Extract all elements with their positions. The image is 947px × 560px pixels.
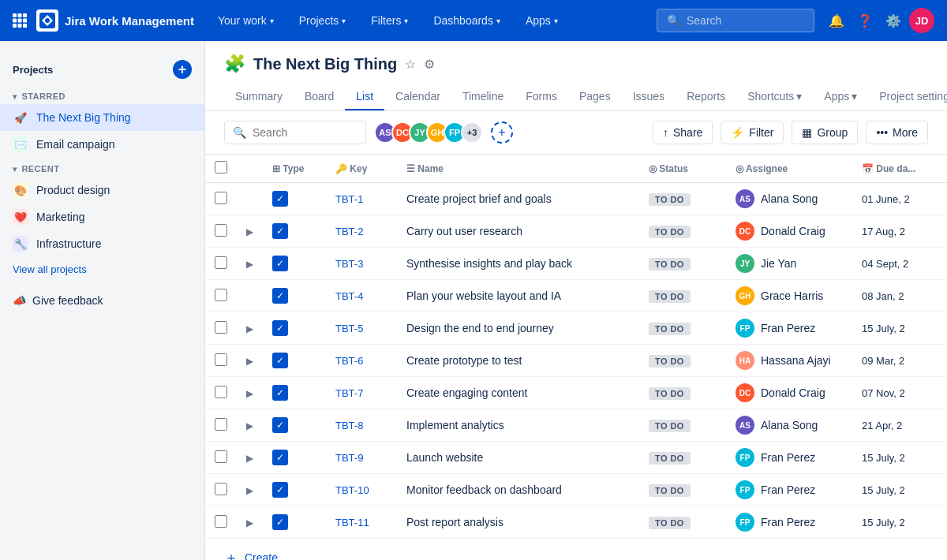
col-assignee[interactable]: ◎ Assignee [726, 155, 852, 183]
tab-summary[interactable]: Summary [224, 84, 294, 110]
status-badge[interactable]: TO DO [649, 323, 691, 335]
nav-apps[interactable]: Apps ▾ [518, 9, 566, 32]
select-all-checkbox[interactable] [215, 161, 227, 174]
task-name[interactable]: Implement analytics [406, 419, 504, 431]
search-input[interactable] [253, 126, 347, 139]
row-checkbox[interactable] [215, 321, 227, 334]
avatar[interactable]: JD [909, 8, 934, 33]
task-name[interactable]: Synthesise insights and play back [406, 257, 572, 270]
nav-dashboards[interactable]: Dashboards ▾ [425, 9, 508, 32]
col-due-date[interactable]: 📅 Due da... [852, 155, 947, 183]
status-badge[interactable]: TO DO [649, 193, 691, 206]
create-task-row[interactable]: ＋ Create [205, 539, 947, 560]
tab-reports[interactable]: Reports [676, 84, 736, 110]
task-name[interactable]: Design the end to end journey [406, 322, 554, 334]
task-key[interactable]: TBT-6 [335, 355, 363, 367]
task-key[interactable]: TBT-11 [335, 517, 369, 528]
task-key[interactable]: TBT-7 [335, 387, 363, 399]
task-name[interactable]: Monitor feedback on dashboard [406, 483, 562, 496]
status-badge[interactable]: TO DO [649, 355, 691, 368]
row-checkbox[interactable] [215, 353, 227, 366]
sidebar-item-email-campaign[interactable]: ✉️ Email campaign [0, 131, 204, 158]
row-checkbox[interactable] [215, 289, 227, 301]
expand-button[interactable]: ▶ [246, 485, 253, 496]
row-checkbox[interactable] [215, 256, 227, 269]
row-checkbox[interactable] [215, 450, 227, 463]
task-key[interactable]: TBT-9 [335, 452, 363, 464]
tab-issues[interactable]: Issues [622, 84, 676, 110]
extra-members-count[interactable]: +3 [461, 121, 483, 144]
nav-projects[interactable]: Projects ▾ [291, 9, 354, 32]
row-checkbox[interactable] [215, 483, 227, 495]
task-key[interactable]: TBT-1 [335, 193, 363, 205]
expand-button[interactable]: ▶ [246, 356, 253, 367]
task-name[interactable]: Create prototype to test [406, 354, 522, 367]
tab-apps[interactable]: Apps ▾ [813, 84, 868, 110]
list-search[interactable]: 🔍 [224, 121, 366, 144]
tab-forms[interactable]: Forms [515, 84, 568, 110]
task-name[interactable]: Carry out user research [406, 225, 522, 237]
col-status[interactable]: ◎ Status [639, 155, 726, 183]
task-key[interactable]: TBT-2 [335, 226, 363, 237]
col-type[interactable]: ⊞ Type [263, 155, 326, 183]
task-key[interactable]: TBT-3 [335, 258, 363, 270]
tab-timeline[interactable]: Timeline [451, 84, 515, 110]
sidebar-item-marketing[interactable]: ❤️ Marketing [0, 203, 204, 230]
star-icon[interactable]: ☆ [405, 57, 416, 72]
task-key[interactable]: TBT-5 [335, 323, 363, 334]
row-checkbox[interactable] [215, 418, 227, 431]
tab-shortcuts[interactable]: Shortcuts ▾ [736, 84, 813, 110]
expand-button[interactable]: ▶ [246, 453, 253, 464]
help-button[interactable]: ❓ [852, 8, 878, 33]
task-name[interactable]: Plan your website layout and IA [406, 289, 561, 302]
expand-button[interactable]: ▶ [246, 420, 253, 431]
status-badge[interactable]: TO DO [649, 484, 691, 497]
task-key[interactable]: TBT-4 [335, 290, 363, 302]
status-badge[interactable]: TO DO [649, 387, 691, 400]
view-all-projects-link[interactable]: View all projects [0, 257, 204, 282]
nav-logo[interactable]: Jira Work Management [36, 9, 194, 32]
row-checkbox[interactable] [215, 224, 227, 237]
task-name[interactable]: Post report analysis [406, 516, 503, 528]
share-button[interactable]: ↑ Share [653, 121, 713, 144]
expand-button[interactable]: ▶ [246, 517, 253, 528]
nav-filters[interactable]: Filters ▾ [363, 9, 416, 32]
expand-button[interactable]: ▶ [246, 226, 253, 237]
tab-calendar[interactable]: Calendar [384, 84, 451, 110]
more-button[interactable]: ••• More [866, 121, 928, 144]
status-badge[interactable]: TO DO [649, 517, 691, 529]
filter-button[interactable]: ⚡ Filter [721, 121, 784, 144]
status-badge[interactable]: TO DO [649, 420, 691, 432]
tab-list[interactable]: List [345, 84, 384, 110]
settings-icon[interactable]: ⚙ [424, 57, 435, 72]
grid-icon[interactable] [13, 13, 27, 28]
col-name[interactable]: ☰ Name [397, 155, 639, 183]
status-badge[interactable]: TO DO [649, 452, 691, 465]
row-checkbox[interactable] [215, 192, 227, 204]
sidebar-recent-section[interactable]: ▾ RECENT [0, 158, 204, 177]
task-key[interactable]: TBT-10 [335, 484, 369, 496]
sidebar-starred-section[interactable]: ▾ STARRED [0, 85, 204, 104]
create-project-button[interactable]: + [173, 60, 192, 79]
expand-button[interactable]: ▶ [246, 323, 253, 334]
group-button[interactable]: ▦ Group [792, 121, 858, 144]
expand-button[interactable]: ▶ [246, 259, 253, 270]
tab-project-settings[interactable]: Project settings [868, 84, 947, 110]
row-checkbox[interactable] [215, 386, 227, 398]
nav-your-work[interactable]: Your work ▾ [210, 9, 282, 32]
sidebar-item-product-design[interactable]: 🎨 Product design [0, 177, 204, 203]
task-name[interactable]: Launch website [406, 451, 483, 464]
task-key[interactable]: TBT-8 [335, 420, 363, 431]
task-name[interactable]: Create engaging content [406, 386, 527, 399]
tab-board[interactable]: Board [294, 84, 345, 110]
add-people-button[interactable]: + [491, 121, 513, 144]
status-badge[interactable]: TO DO [649, 226, 691, 238]
status-badge[interactable]: TO DO [649, 258, 691, 271]
tab-pages[interactable]: Pages [568, 84, 622, 110]
col-key[interactable]: 🔑 Key [326, 155, 397, 183]
expand-button[interactable]: ▶ [246, 388, 253, 399]
row-checkbox[interactable] [215, 515, 227, 528]
notifications-button[interactable]: 🔔 [824, 8, 849, 33]
sidebar-item-infrastructure[interactable]: 🔧 Infrastructure [0, 230, 204, 257]
sidebar-item-next-big-thing[interactable]: 🚀 The Next Big Thing [0, 104, 204, 131]
